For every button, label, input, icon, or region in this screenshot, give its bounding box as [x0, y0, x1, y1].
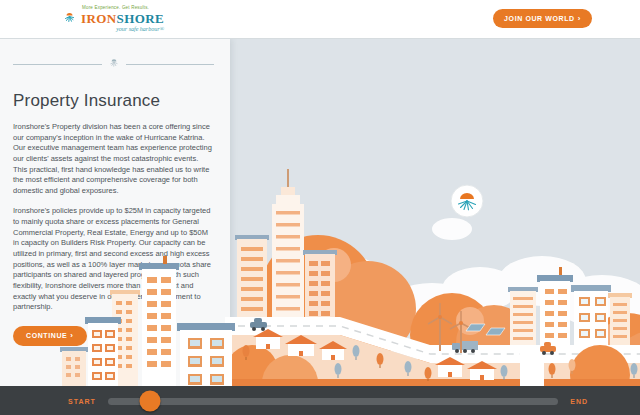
timeline-start-label: START	[68, 398, 96, 405]
wind-turbine-icon	[450, 311, 472, 353]
content-panel: Property Insurance Ironshore's Property …	[0, 39, 230, 386]
side-road	[520, 345, 544, 386]
ironshore-logo[interactable]: More Experience. Get Results. IRONSHORE …	[62, 6, 164, 32]
foreground-ground	[225, 335, 640, 380]
header: More Experience. Get Results. IRONSHORE …	[0, 0, 640, 39]
logo-shell-icon	[62, 10, 77, 29]
continue-button[interactable]: CONTINUE ›	[13, 326, 87, 346]
orange-hills	[260, 235, 640, 386]
car-icon	[540, 342, 556, 355]
intro-paragraph: Ironshore's Property division has been a…	[13, 122, 214, 196]
solar-panel-icon	[466, 324, 505, 335]
road	[225, 317, 640, 363]
continue-label: CONTINUE	[26, 332, 67, 339]
section-divider	[13, 55, 214, 73]
skyline-buildings	[235, 169, 337, 333]
houses	[253, 329, 497, 380]
truck-icon	[452, 341, 478, 353]
trees	[243, 345, 638, 381]
timeline-end-label: END	[570, 398, 588, 405]
join-our-world-button[interactable]: JOIN OUR WORLD ›	[493, 9, 592, 28]
chevron-right-icon: ›	[578, 15, 581, 23]
join-our-world-label: JOIN OUR WORLD	[504, 15, 575, 22]
divider-shell-icon	[108, 55, 120, 73]
car-icon	[250, 318, 267, 331]
logo-slogan: your safe harbour®	[81, 26, 164, 32]
details-paragraph: Ironshore's policies provide up to $25M …	[13, 206, 214, 312]
timeline-knob[interactable]	[139, 391, 160, 412]
main-stage: Property Insurance Ironshore's Property …	[0, 39, 640, 386]
timeline-bar: START END	[0, 386, 640, 415]
ground-strip	[196, 379, 640, 386]
wind-turbine-icon	[428, 303, 452, 351]
right-buildings	[508, 267, 632, 345]
road-centerline	[225, 326, 640, 354]
city-badge-shell-icon[interactable]	[451, 185, 483, 217]
chevron-right-icon: ›	[70, 332, 73, 340]
timeline-track[interactable]	[108, 398, 558, 405]
foreground-hills	[226, 345, 630, 386]
page-title: Property Insurance	[13, 91, 214, 111]
clouds-icon	[258, 218, 640, 351]
logo-wordmark: IRONSHORE	[81, 12, 164, 25]
